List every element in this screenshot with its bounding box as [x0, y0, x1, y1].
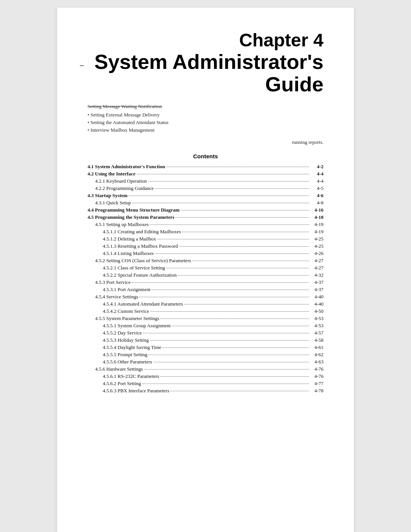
- toc-entry: 4.5.6.2 Port Setting 4-77: [88, 380, 323, 387]
- contents-title: Contents: [88, 153, 323, 159]
- toc-label: 4.5.4.2 Custom Service: [103, 308, 149, 314]
- toc-entry: 4.1 System Administrator's Function 4-2: [88, 163, 323, 170]
- toc-label: 4.5.2.1 Class of Service Setting: [103, 265, 165, 271]
- toc-entry: 4.2 Using the Interface4-4: [88, 170, 323, 178]
- toc-page: 4-53: [310, 323, 323, 329]
- toc-label: 4.5.6.3 PBX Interface Parameters: [103, 388, 169, 394]
- toc-dots: [184, 304, 309, 304]
- toc-page: 4-50: [310, 308, 323, 314]
- toc-page: 4-27: [310, 265, 323, 271]
- toc-label: 4.5.4 Service Settings: [95, 294, 138, 300]
- bullet-item: Setting External Message Delivery: [88, 112, 323, 118]
- toc-dots: [132, 282, 309, 283]
- toc-page: 4-4: [310, 178, 323, 184]
- toc-page: 4-19: [310, 229, 323, 235]
- chapter-heading: Chapter 4 System Administrator's Guide: [88, 30, 323, 96]
- toc-dots: [132, 203, 309, 203]
- toc-dots: [139, 297, 309, 297]
- toc-entry: 4.5.5 System Parameter Settings 4-53: [88, 315, 323, 322]
- toc-label: 4.5.3 Port Service: [95, 279, 131, 285]
- toc-entry: 4.5.2.1 Class of Service Setting 4-27: [88, 264, 323, 272]
- toc-page: 4-76: [310, 366, 323, 372]
- toc-entry: 4.5.5.3 Holiday Setting 4-58: [88, 337, 323, 344]
- toc-page: 4-16: [310, 207, 323, 213]
- toc-entry: 4.4 Programming Menu Structure Diagram4-…: [88, 207, 323, 214]
- toc-page: 4-25: [310, 243, 323, 249]
- toc-label: 4.3.1 Quick Setup: [95, 200, 131, 206]
- toc-page: 4-6: [310, 193, 323, 199]
- page: – Chapter 4 System Administrator's Guide…: [57, 8, 354, 532]
- toc-page: 4-4: [310, 171, 323, 177]
- bullet-list: Setting External Message DeliverySetting…: [88, 112, 323, 133]
- toc-page: 4-62: [310, 352, 323, 358]
- toc-label: 4.5.2 Setting COS (Class of Service) Par…: [95, 258, 191, 264]
- toc-entry: 4.5.5.5 Prompt Setting 4-62: [88, 351, 323, 358]
- toc-dots: [143, 333, 309, 333]
- running-reports: running reports.: [88, 139, 323, 145]
- toc-dots: [181, 210, 309, 210]
- toc-entry: 4.5.5.1 System Group Assignment 4-53: [88, 322, 323, 330]
- toc-dots: [166, 167, 309, 167]
- toc-entry: 4.5.5.2 Day Service 4-57: [88, 330, 323, 337]
- toc-dots: [175, 217, 309, 218]
- toc-label: 4.5.5.4 Daylight Saving Time: [103, 344, 161, 350]
- toc-label: 4.5.5.2 Day Service: [103, 330, 142, 336]
- toc-dots: [178, 275, 309, 276]
- toc-entry: 4.5.6 Hardware Settings4-76: [88, 366, 323, 373]
- toc-entry: 4.5.5.6 Other Parameters4-63: [88, 358, 323, 366]
- toc-dots: [179, 246, 309, 247]
- toc-page: 4-77: [310, 381, 323, 387]
- toc-label: 4.5.5.5 Prompt Setting: [103, 352, 147, 358]
- toc-page: 4-27: [310, 258, 323, 264]
- toc-label: 4.5.3.1 Port Assignment: [103, 287, 150, 293]
- toc-dots: [142, 384, 309, 384]
- toc-entry: 4.5.6.1 RS-232C Parameters 4-76: [88, 373, 323, 380]
- toc-dots: [144, 369, 309, 370]
- toc-dots: [166, 268, 309, 268]
- toc-entry: 4.5.4.2 Custom Service 4-50: [88, 308, 323, 315]
- toc-page: 4-37: [310, 279, 323, 285]
- toc-dots: [160, 376, 309, 377]
- toc-page: 4-58: [310, 337, 323, 343]
- toc-dots: [170, 391, 309, 391]
- toc-entry: 4.5.1 Setting up Mailboxes 4-19: [88, 221, 323, 228]
- toc-entry: 4.5.2.2 Special Feature Authorization 4-…: [88, 272, 323, 279]
- bullet-item: Setting the Automated Attendant Status: [88, 119, 323, 126]
- toc-dots: [150, 311, 309, 312]
- toc-dots: [172, 326, 309, 326]
- strikethrough-text: Setting Message Waiting Notification: [88, 104, 323, 110]
- toc-page: 4-61: [310, 344, 323, 350]
- toc-dots: [157, 239, 309, 239]
- toc-label: 4.5.5.6 Other Parameters: [103, 359, 152, 365]
- toc-dots: [150, 225, 309, 225]
- toc-dots: [153, 362, 309, 362]
- contents-section: Contents 4.1 System Administrator's Func…: [88, 153, 323, 395]
- toc-page: 4-26: [310, 250, 323, 256]
- toc-label: 4.2.2 Programming Guidance: [95, 185, 154, 191]
- toc-label: 4.5 Programming the System Parameters: [88, 214, 174, 220]
- toc-label: 4.5.1.3 Resetting a Mailbox Password: [103, 243, 178, 249]
- toc-entry: 4.5.2 Setting COS (Class of Service) Par…: [88, 257, 323, 264]
- toc-page: 4-37: [310, 287, 323, 293]
- toc-label: 4.5.1.1 Creating and Editing Mailboxes: [103, 229, 181, 235]
- toc-dots: [155, 253, 309, 254]
- toc-entry: 4.5.5.4 Daylight Saving Time 4-61: [88, 344, 323, 351]
- chapter-title: System Administrator's Guide: [88, 51, 323, 96]
- toc-page: 4-40: [310, 301, 323, 307]
- toc-label: 4.2 Using the Interface: [88, 171, 135, 177]
- toc-dots: [129, 196, 309, 196]
- bullet-item: Interview Mailbox Management: [88, 127, 323, 133]
- toc-entry: 4.5.1.4 Listing Mailboxes 4-26: [88, 250, 323, 257]
- toc-entry: 4.3 Startup System 4-6: [88, 192, 323, 199]
- toc-label: 4.5.2.2 Special Feature Authorization: [103, 272, 177, 278]
- toc-dots: [137, 174, 309, 174]
- toc-label: 4.5.6.2 Port Setting: [103, 381, 141, 387]
- toc-entry: 4.5.3.1 Port Assignment4-37: [88, 286, 323, 293]
- toc-dots: [182, 232, 309, 232]
- toc-page: 4-63: [310, 359, 323, 365]
- toc-label: 4.5.1 Setting up Mailboxes: [95, 221, 148, 228]
- toc-label: 4.3 Startup System: [88, 193, 127, 199]
- toc-dots: [162, 347, 309, 348]
- toc-page: 4-53: [310, 315, 323, 322]
- toc-entry: 4.5.1.2 Deleting a Mailbox 4-25: [88, 236, 323, 243]
